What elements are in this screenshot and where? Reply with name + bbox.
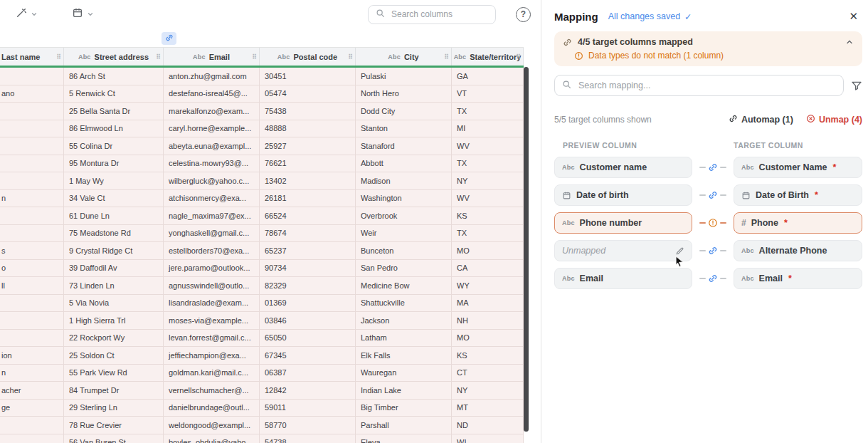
table-cell[interactable]: Big Timber	[356, 400, 452, 417]
table-cell[interactable]: Pulaski	[356, 68, 452, 85]
table-cell[interactable]: o	[0, 260, 64, 278]
table-cell[interactable]: Parshall	[356, 417, 452, 434]
table-cell[interactable]: NY	[452, 382, 524, 400]
table-cell[interactable]: WV	[452, 137, 524, 155]
chevron-up-icon[interactable]	[845, 38, 854, 46]
table-cell[interactable]: NH	[452, 312, 524, 330]
table-cell[interactable]: 78 Rue Crevier	[64, 417, 164, 434]
table-cell[interactable]: 9 Crystal Ridge Ct	[64, 242, 164, 260]
table-cell[interactable]	[0, 225, 64, 243]
table-cell[interactable]: 61 Dune Ln	[64, 207, 164, 225]
table-cell[interactable]: levan.forrest@gmail.c...	[164, 330, 260, 348]
mapping-summary-alert[interactable]: 4/5 target columns mapped Data types do …	[554, 31, 862, 66]
table-cell[interactable]: jeffiechampion@exa...	[164, 347, 260, 365]
table-cell[interactable]: 55 Park View Rd	[64, 365, 164, 382]
table-cell[interactable]: 76621	[260, 155, 356, 173]
table-cell[interactable]	[0, 434, 64, 443]
drag-handle-icon[interactable]: ⠿	[348, 53, 353, 61]
table-cell[interactable]: MO	[452, 242, 524, 260]
table-cell[interactable]: n	[0, 365, 64, 382]
table-cell[interactable]: 73 Linden Ln	[64, 277, 164, 295]
table-cell[interactable]: 01369	[260, 295, 356, 313]
table-cell[interactable]: jere.paramo@outlook...	[164, 260, 260, 278]
filter-icon[interactable]	[851, 80, 862, 91]
table-cell[interactable]: ge	[0, 400, 64, 417]
search-columns-input[interactable]	[390, 9, 488, 20]
table-cell[interactable]: 75 Meadstone Rd	[64, 225, 164, 243]
drag-handle-icon[interactable]: ⠿	[516, 53, 521, 61]
table-cell[interactable]: 25 Soldon Ct	[64, 347, 164, 365]
table-cell[interactable]: Jackson	[356, 312, 452, 330]
table-cell[interactable]: 1 May Wy	[64, 172, 164, 190]
table-cell[interactable]: acher	[0, 382, 64, 400]
type-mismatch-warning-icon[interactable]	[708, 218, 718, 228]
table-cell[interactable]	[0, 417, 64, 434]
table-cell[interactable]: danielbrundage@outl...	[164, 400, 260, 417]
table-cell[interactable]: 05474	[260, 85, 356, 103]
vertical-scrollbar[interactable]	[524, 67, 529, 432]
table-cell[interactable]: VT	[452, 85, 524, 103]
table-cell[interactable]: NY	[452, 172, 524, 190]
table-cell[interactable]: s	[0, 242, 64, 260]
table-cell[interactable]: 03846	[260, 312, 356, 330]
table-cell[interactable]: ion	[0, 347, 64, 365]
table-cell[interactable]: 86 Elmwood Ln	[64, 120, 164, 138]
table-cell[interactable]: KS	[452, 347, 524, 365]
table-cell[interactable]	[0, 155, 64, 173]
table-cell[interactable]: Medicine Bow	[356, 277, 452, 295]
table-cell[interactable]: WV	[452, 190, 524, 208]
table-cell[interactable]: Washington	[356, 190, 452, 208]
table-cell[interactable]: 34 Vale Ct	[64, 190, 164, 208]
table-cell[interactable]: ano	[0, 85, 64, 103]
table-cell[interactable]: Latham	[356, 330, 452, 348]
table-cell[interactable]: 5 Renwick Ct	[64, 85, 164, 103]
target-column-pill[interactable]: AbcCustomer Name*	[734, 157, 862, 178]
table-cell[interactable]: MT	[452, 400, 524, 417]
table-cell[interactable]: marekalfonzo@exam...	[164, 103, 260, 120]
link-icon[interactable]	[708, 190, 718, 200]
table-cell[interactable]: MA	[452, 295, 524, 313]
table-cell[interactable]: lisandraslade@exam...	[164, 295, 260, 313]
table-cell[interactable]	[0, 120, 64, 138]
column-link-indicator[interactable]	[162, 32, 176, 45]
table-cell[interactable]: Overbrook	[356, 207, 452, 225]
table-cell[interactable]: San Pedro	[356, 260, 452, 278]
table-cell[interactable]: TX	[452, 225, 524, 243]
table-cell[interactable]: goldman.kari@mail.c...	[164, 365, 260, 382]
table-cell[interactable]	[0, 295, 64, 313]
table-cell[interactable]	[0, 330, 64, 348]
automap-button[interactable]: Automap (1)	[729, 114, 793, 125]
table-cell[interactable]: 86 Arch St	[64, 68, 164, 85]
table-cell[interactable]: MI	[452, 120, 524, 138]
table-cell[interactable]: 78674	[260, 225, 356, 243]
table-cell[interactable]: Wauregan	[356, 365, 452, 382]
close-icon[interactable]: ✕	[849, 10, 858, 23]
table-cell[interactable]: ND	[452, 417, 524, 434]
column-header[interactable]: AbcPostal code⠿	[260, 48, 356, 66]
table-cell[interactable]: 95 Montura Dr	[64, 155, 164, 173]
column-header[interactable]: AbcState/territory⠿	[452, 48, 524, 66]
search-mapping-input[interactable]	[577, 80, 836, 91]
table-cell[interactable]: 25927	[260, 137, 356, 155]
table-cell[interactable]: MO	[452, 330, 524, 348]
table-cell[interactable]	[0, 137, 64, 155]
table-cell[interactable]: 48888	[260, 120, 356, 138]
target-column-pill[interactable]: AbcAlternate Phone	[734, 240, 862, 261]
table-cell[interactable]: 65237	[260, 242, 356, 260]
search-mapping-box[interactable]	[554, 75, 844, 96]
preview-column-pill[interactable]: AbcEmail	[554, 268, 692, 289]
table-cell[interactable]: Abbott	[356, 155, 452, 173]
table-cell[interactable]: weldongood@exampl...	[164, 417, 260, 434]
table-cell[interactable]: wilbergluck@yahoo.c...	[164, 172, 260, 190]
table-cell[interactable]: WI	[452, 434, 524, 443]
table-cell[interactable]: TX	[452, 155, 524, 173]
table-cell[interactable]: 59011	[260, 400, 356, 417]
drag-handle-icon[interactable]: ⠿	[252, 53, 257, 61]
table-cell[interactable]: 66524	[260, 207, 356, 225]
table-cell[interactable]: 22 Rockport Wy	[64, 330, 164, 348]
unmap-button[interactable]: Unmap (4)	[806, 114, 862, 125]
table-cell[interactable]: TX	[452, 103, 524, 120]
table-cell[interactable]: 75438	[260, 103, 356, 120]
table-cell[interactable]: moses-via@example...	[164, 312, 260, 330]
table-cell[interactable]: 25 Bella Santa Dr	[64, 103, 164, 120]
